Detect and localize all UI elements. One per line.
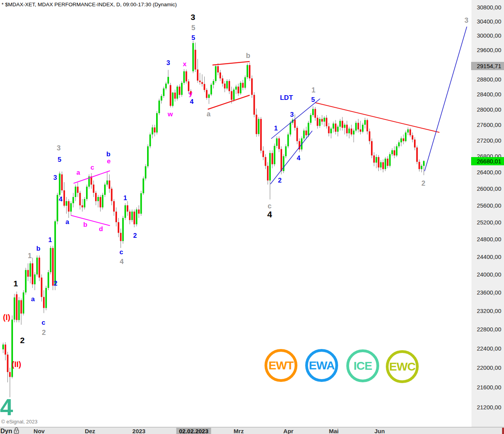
candle-body [274,146,275,164]
candle-body [50,248,51,272]
candle-body [27,270,29,277]
candle-body [398,142,400,146]
candle-body [245,77,246,88]
candle-body [39,258,40,278]
wave-label: 1 [13,279,18,288]
candle-body [45,288,47,308]
lock-icon[interactable] [13,427,20,434]
candle-body [233,90,235,100]
candle-body [217,66,219,72]
wave-label: 2 [278,177,281,184]
candle-body [84,199,85,207]
time-axis-bar[interactable] [0,427,504,434]
candle-body [260,119,262,151]
candle-body [265,157,266,166]
candle-body [118,222,119,233]
axis-tick: 25200,00 [477,219,501,226]
candle-body [138,210,140,214]
candle-body [287,134,289,146]
candle-body [346,125,348,133]
wave-label: 5 [311,96,315,103]
candle-body [321,119,323,122]
candle-body [131,212,133,220]
candle-body [63,190,65,206]
candle-body [32,263,33,284]
candle-body [339,121,341,127]
candle-body [335,123,337,132]
wave-label: 4 [59,196,62,203]
time-label: Jun [374,428,385,434]
candle-body [312,109,314,115]
candle-body [93,184,94,193]
candle-body [25,270,27,292]
candle-body [240,83,241,94]
candle-body [333,123,334,128]
candle-body [412,135,413,139]
axis-tick: 24800,00 [477,236,501,242]
candle-body [256,115,257,134]
candle-body [193,43,194,71]
candle-body [95,193,97,201]
candle-body [378,157,380,168]
candle-body [403,138,404,141]
trendline[interactable] [425,27,467,171]
candle-body [133,212,135,224]
candle-body [400,138,402,142]
wave-label: e [107,158,110,165]
candle-body [77,187,79,193]
axis-tick: 30000,00 [477,32,501,39]
candle-body [152,127,153,134]
wave-label: LDT [280,94,293,101]
candle-body [310,115,311,123]
dyn-mode-button[interactable]: Dyn [0,428,12,434]
candle-body [391,150,393,154]
wave-label: 3 [290,111,293,118]
candle-body [109,181,110,189]
time-label: Dez [85,428,95,434]
wave-label: 5 [191,34,195,41]
candle-body [158,101,160,113]
wave-label: 3 [53,174,57,181]
wave-label: x [183,61,186,67]
axis-tick: 27600,00 [477,121,501,128]
candle-body [389,154,391,166]
axis-tick: 22400,00 [477,345,501,352]
axis-tick: 26000,00 [477,185,501,192]
candle-body [127,205,128,212]
wave-label: 1 [274,125,277,132]
axis-tick: 21600,00 [477,384,501,391]
time-label: 2023 [132,428,145,434]
candle-body [351,128,352,134]
candle-body [140,193,142,213]
wave-label: 1 [311,87,315,94]
candle-body [149,134,151,146]
candle-body [102,195,103,208]
candle-body [231,91,232,100]
candle-body [208,94,210,98]
candle-body [324,118,325,122]
candle-body [41,278,42,297]
wave-label: 2 [54,280,57,287]
candle-body [249,65,250,78]
candle-body [353,130,355,134]
trendline[interactable] [71,215,110,226]
candle-body [124,205,126,218]
trendline[interactable] [271,99,320,139]
time-label: Mrz [234,428,244,434]
axis-tick: 23600,00 [477,289,501,296]
candle-body [179,87,180,95]
axis-tick: 24000,00 [477,271,501,278]
price-chart-canvas[interactable] [0,0,504,434]
wave-label: a [31,296,34,302]
wave-label: a [76,169,80,176]
trendline[interactable] [208,95,250,109]
wave-label: 3 [57,145,61,152]
candle-body [272,153,273,165]
logo-ewc-label: EWC [389,360,416,373]
logo-ewt: EWT [265,349,297,382]
candle-body [326,118,328,127]
candle-body [421,166,422,169]
axis-tick: 25600,00 [477,202,501,209]
candle-body [396,146,398,156]
candle-body [328,126,329,133]
